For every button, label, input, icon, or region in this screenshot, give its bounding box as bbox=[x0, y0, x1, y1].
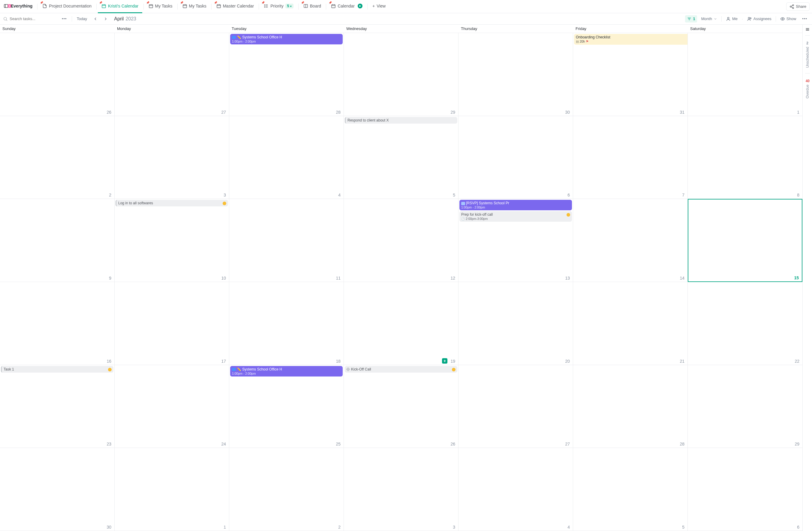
calendar-event[interactable]: Respond to client about X bbox=[345, 117, 457, 123]
calendar-cell[interactable]: +27 bbox=[459, 365, 573, 448]
calendar-cell[interactable]: +6 bbox=[459, 116, 573, 199]
search-input[interactable] bbox=[10, 16, 52, 21]
clock-icon: 🕐 bbox=[461, 217, 465, 221]
calendar-cell[interactable]: +16 bbox=[0, 282, 115, 365]
calendar-cell[interactable]: +3 bbox=[344, 448, 459, 531]
range-selector[interactable]: Month bbox=[699, 15, 719, 22]
calendar-cell[interactable]: +22 bbox=[688, 282, 802, 365]
next-month-button[interactable] bbox=[102, 15, 109, 23]
event-time: 1:00pm - 2:00pm bbox=[232, 40, 341, 43]
calendar-cell[interactable]: ✏️ Systems School Office H1:00pm - 2:00p… bbox=[229, 33, 344, 116]
calendar-event[interactable]: Kick-Off Call bbox=[345, 366, 457, 373]
tab-my-tasks[interactable]: 📌My Tasks bbox=[145, 0, 176, 13]
calendar-cell[interactable]: +8 bbox=[688, 116, 802, 199]
overdue-panel-toggle[interactable]: Overdue 40 bbox=[806, 77, 810, 100]
calendar-event[interactable]: ✏️ Systems School Office H1:00pm - 2:00p… bbox=[230, 366, 343, 377]
calendar-cell[interactable]: +29 bbox=[688, 365, 802, 448]
date-number: 4 bbox=[338, 193, 340, 197]
calendar-cell[interactable]: +14 bbox=[573, 199, 688, 282]
workspace-tab[interactable]: 1 Everything bbox=[2, 0, 36, 13]
calendar-cell[interactable]: +5 bbox=[573, 448, 688, 531]
calendar-cell[interactable]: +4 bbox=[459, 448, 573, 531]
calendar-cell[interactable]: +6 bbox=[688, 448, 802, 531]
more-options-button[interactable]: ••• bbox=[60, 15, 69, 22]
calendar-cell[interactable]: +4 bbox=[229, 116, 344, 199]
calendar-cell[interactable]: +19 bbox=[344, 282, 459, 365]
calendar-cell[interactable]: Kick-Off Call+26 bbox=[344, 365, 459, 448]
calendar-cell[interactable]: +11 bbox=[229, 199, 344, 282]
date-number: 11 bbox=[336, 276, 340, 280]
search-box[interactable] bbox=[3, 16, 57, 21]
unscheduled-panel-toggle[interactable]: Unscheduled 2 bbox=[806, 39, 810, 70]
calendar-cell[interactable]: +30 bbox=[0, 448, 115, 531]
calendar-cell[interactable]: Log in to all softwares+10 bbox=[115, 199, 229, 282]
tab-priority[interactable]: 📌Priority5 ▾ bbox=[260, 0, 297, 13]
show-button[interactable]: Show bbox=[778, 15, 798, 23]
calendar-cell[interactable]: +1 bbox=[688, 33, 802, 116]
calendar-event[interactable]: [RSVP] Systems School Pr1:00pm - 2:00pm bbox=[460, 200, 572, 210]
date-number: 3 bbox=[223, 193, 226, 197]
svg-point-32 bbox=[790, 6, 791, 7]
calendar-event[interactable]: Log in to all softwares bbox=[116, 200, 228, 206]
calendar-cell[interactable]: [RSVP] Systems School Pr1:00pm - 2:00pmP… bbox=[459, 199, 573, 282]
assignees-filter[interactable]: Assignees bbox=[745, 15, 773, 23]
calendar-cell[interactable]: +24 bbox=[115, 365, 229, 448]
calendar-cell[interactable]: +21 bbox=[573, 282, 688, 365]
add-task-button[interactable]: + bbox=[442, 358, 447, 364]
date-number: 15 bbox=[794, 276, 799, 280]
emoji-icon: ✏️ bbox=[237, 35, 241, 39]
calendar-event[interactable]: Prep for kick-off call🕐 2:00pm-3:00pm bbox=[460, 211, 572, 222]
date-number: 28 bbox=[336, 110, 340, 115]
calendar-cell[interactable]: Onboarding Checklist▤ 20h ⚑+31 bbox=[573, 33, 688, 116]
svg-rect-0 bbox=[4, 4, 8, 8]
list-icon[interactable] bbox=[805, 27, 810, 32]
me-filter[interactable]: Me bbox=[724, 15, 739, 23]
today-button[interactable]: Today bbox=[75, 15, 89, 22]
calendar-cell[interactable]: Respond to client about X+5 bbox=[344, 116, 459, 199]
tab-master-calendar[interactable]: 📌Master Calendar bbox=[213, 0, 258, 13]
tab-project-documentation[interactable]: 📌Project Documentation bbox=[39, 0, 95, 13]
calendar-cell[interactable]: +1 bbox=[115, 448, 229, 531]
calendar-cell[interactable]: ✏️ Systems School Office H1:00pm - 2:00p… bbox=[229, 365, 344, 448]
calendar-cell[interactable]: +28 bbox=[573, 365, 688, 448]
calendar-cell[interactable]: +17 bbox=[115, 282, 229, 365]
event-title: Systems School Office H bbox=[242, 367, 282, 371]
date-number: 22 bbox=[795, 359, 799, 364]
calendar-cell[interactable]: +9 bbox=[0, 199, 115, 282]
pin-icon: 📌 bbox=[261, 1, 265, 4]
tab-my-tasks[interactable]: 📌My Tasks bbox=[179, 0, 210, 13]
calendar-cell[interactable]: +29 bbox=[344, 33, 459, 116]
sidebar-toggle-icon[interactable]: 1 bbox=[4, 4, 9, 9]
calendar-cell[interactable]: +7 bbox=[573, 116, 688, 199]
calendar-cell[interactable]: +12 bbox=[344, 199, 459, 282]
tab-board[interactable]: 📌Board bbox=[300, 0, 325, 13]
calendar-event[interactable]: ✏️ Systems School Office H1:00pm - 2:00p… bbox=[230, 34, 343, 44]
tab-calendar[interactable]: 📌Calendar bbox=[328, 0, 366, 13]
svg-point-21 bbox=[264, 4, 265, 5]
calendar-cell[interactable]: +18 bbox=[229, 282, 344, 365]
calendar-cell[interactable]: +26 bbox=[0, 33, 115, 116]
calendar-cell[interactable]: +15 bbox=[688, 199, 802, 282]
date-number: 14 bbox=[680, 276, 684, 280]
calendar-cell[interactable]: +3 bbox=[115, 116, 229, 199]
calendar-event[interactable]: Task 1 bbox=[1, 366, 113, 373]
tab-kristi-s-calendar[interactable]: 📌Kristi's Calendar bbox=[98, 0, 142, 13]
calendar-cell[interactable]: +20 bbox=[459, 282, 573, 365]
calendar-cell[interactable]: +2 bbox=[229, 448, 344, 531]
overflow-button[interactable]: ••• bbox=[800, 15, 809, 22]
calendar-cell[interactable]: Task 1+23 bbox=[0, 365, 115, 448]
calendar-cell[interactable]: +30 bbox=[459, 33, 573, 116]
notification-badge: 1 bbox=[8, 4, 11, 8]
prev-month-button[interactable] bbox=[92, 15, 99, 23]
emoji-icon: ✏️ bbox=[237, 367, 241, 371]
calendar-event[interactable]: Onboarding Checklist▤ 20h ⚑ bbox=[574, 34, 688, 45]
filter-button[interactable]: 1 bbox=[685, 15, 697, 23]
event-title: [RSVP] Systems School Pr bbox=[466, 201, 509, 205]
svg-rect-6 bbox=[149, 4, 153, 8]
play-icon[interactable] bbox=[358, 4, 362, 9]
add-view-button[interactable]: + View bbox=[369, 0, 389, 13]
date-number: 1 bbox=[797, 110, 799, 115]
share-button[interactable]: Share bbox=[786, 2, 810, 11]
calendar-cell[interactable]: +2 bbox=[0, 116, 115, 199]
calendar-cell[interactable]: +27 bbox=[115, 33, 229, 116]
